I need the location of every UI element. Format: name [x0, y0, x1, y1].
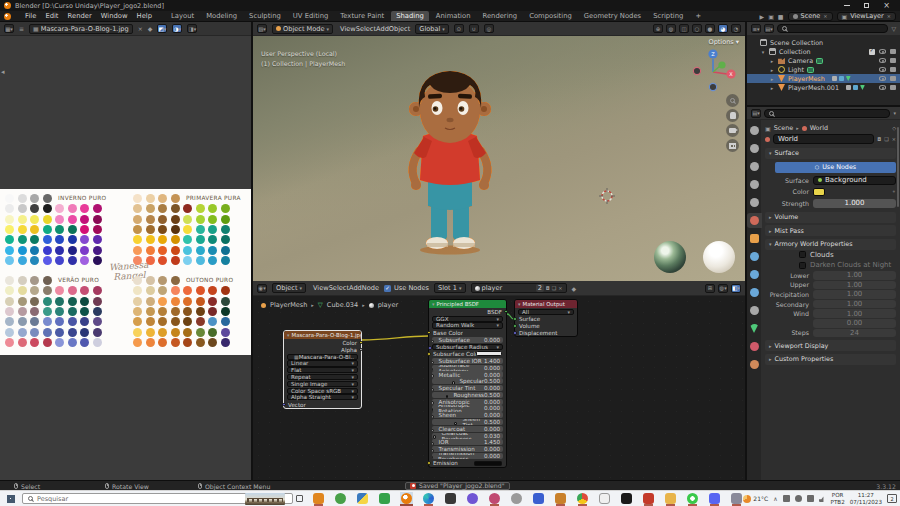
tab-material[interactable] — [750, 342, 759, 351]
display-channels-icon[interactable]: ◑▾ — [172, 24, 182, 33]
news-widget-image[interactable] — [245, 493, 285, 505]
section-viewport-display[interactable]: ▸Viewport Display — [765, 340, 896, 351]
workspace-tab-rendering[interactable]: Rendering — [477, 11, 522, 21]
shader-menu-add[interactable]: Add — [349, 284, 362, 292]
workspace-tab-sculpting[interactable]: Sculpting — [244, 11, 286, 21]
input-volume[interactable]: Volume — [515, 322, 577, 329]
pan-tool-button[interactable] — [726, 109, 739, 122]
image-node-dropdown-single-image[interactable]: Single Image▾ — [287, 381, 358, 387]
bsdf-row-subsurface-color[interactable]: Subsurface Color — [429, 350, 506, 357]
unlink-icon[interactable]: × — [892, 136, 896, 142]
param-value-field[interactable]: 0.00 — [813, 319, 896, 328]
menu-file[interactable]: File — [25, 12, 36, 20]
saved-notification[interactable]: Saved "Player_jogo2.blend" — [405, 482, 510, 491]
mode-dropdown[interactable]: Object Mode ▾ — [272, 24, 333, 34]
tab-world[interactable] — [750, 216, 759, 225]
node-overlay-icon[interactable]: ◍▾ — [718, 284, 728, 293]
material-users-count[interactable]: 2 — [536, 284, 544, 292]
pivot-point-icon[interactable]: ⊙ — [454, 24, 464, 33]
section-custom-properties[interactable]: ▸Custom Properties — [765, 354, 896, 365]
app-pink[interactable] — [488, 492, 501, 506]
alpha-mode-dropdown[interactable]: Alpha Straight▾ — [287, 394, 358, 400]
character-playermesh[interactable] — [409, 71, 491, 255]
viewlayer-remove-icon[interactable]: × — [887, 13, 891, 19]
app-chrome[interactable] — [576, 492, 589, 506]
use-nodes-checkbox[interactable]: ✓ Use Nodes — [384, 284, 429, 292]
output-target-dropdown[interactable]: All▾ — [518, 309, 574, 315]
app-whatsapp[interactable] — [686, 492, 699, 506]
render-visibility-icon[interactable] — [890, 76, 896, 81]
menu-toggle-icon[interactable]: ≡ — [19, 25, 24, 32]
eye-visibility-icon[interactable] — [879, 58, 886, 63]
shading-material-icon[interactable]: ◕ — [718, 24, 728, 33]
tab-texture[interactable] — [750, 360, 759, 369]
fake-user-icon[interactable]: ◘ — [877, 136, 881, 142]
bsdf-slider-clearcoat-roughness[interactable]: Clearcoat Roughness0.030 — [432, 433, 503, 439]
bsdf-slider-clearcoat[interactable]: Clearcoat0.000 — [432, 426, 503, 432]
workspace-tab-scripting[interactable]: Scripting — [648, 11, 688, 21]
tab-tool[interactable] — [750, 126, 759, 135]
panel-toggle-arrow[interactable]: ◂ — [1, 68, 5, 76]
pin-id-icon[interactable]: ◇ — [892, 125, 896, 131]
snap-magnet-icon[interactable]: ∪ — [469, 24, 479, 33]
outliner-row-camera[interactable]: ▸Camera — [747, 56, 900, 65]
task-view-button[interactable] — [293, 491, 307, 506]
app-plug[interactable] — [598, 492, 611, 506]
camera-view-button[interactable] — [726, 124, 739, 137]
tab-output[interactable] — [750, 162, 759, 171]
world-name-field[interactable]: World — [773, 134, 874, 144]
input-displacement[interactable]: Displacement — [515, 329, 577, 336]
tab-physics[interactable] — [750, 288, 759, 297]
filter-icon[interactable]: ▽ — [891, 25, 896, 32]
bsdf-slider-anisotropic-rotation[interactable]: Anisotropic Rotation0.000 — [432, 405, 503, 411]
close-button[interactable]: × — [883, 3, 890, 9]
input-surface[interactable]: Surface — [515, 315, 577, 322]
properties-search-input[interactable] — [764, 109, 890, 118]
eye-visibility-icon[interactable] — [879, 85, 886, 90]
weather-widget[interactable]: 21°C — [743, 495, 768, 503]
material-copy-icon[interactable]: ❏ — [552, 285, 556, 291]
maximize-button[interactable] — [864, 3, 869, 8]
app-sheets[interactable] — [378, 492, 391, 506]
workspace-tab-compositing[interactable]: Compositing — [524, 11, 577, 21]
bsdf-dropdown-random-walk[interactable]: Random Walk▾ — [432, 322, 503, 328]
render-display-icon[interactable]: ▶ — [760, 13, 765, 20]
param-value-field[interactable]: 1.00 — [813, 309, 896, 318]
app-blender[interactable] — [400, 492, 413, 506]
slot-dropdown[interactable]: Slot 1 ▾ — [434, 283, 465, 293]
language-indicator[interactable]: PORPTB2 — [831, 492, 845, 505]
image-editor-canvas[interactable]: ◂ Wanessa Rangel INVERNO PUROPRIMAVERA P… — [0, 36, 251, 480]
expand-arrow-icon[interactable]: ▾ — [760, 49, 766, 55]
ortho-toggle-button[interactable] — [726, 139, 739, 152]
bsdf-slider-sheen[interactable]: Sheen0.000 — [432, 412, 503, 418]
shader-menu-view[interactable]: View — [313, 284, 329, 292]
tab-modifiers[interactable] — [750, 252, 759, 261]
menu-window[interactable]: Window — [101, 12, 128, 20]
bsdf-row-base-color[interactable]: Base Color — [429, 329, 506, 336]
menu-help[interactable]: Help — [137, 12, 153, 20]
bsdf-slider-ior[interactable]: IOR1.450 — [432, 439, 503, 445]
tab-data[interactable] — [750, 324, 759, 333]
workspace-tab-texture-paint[interactable]: Texture Paint — [335, 11, 389, 21]
shader-menu-select[interactable]: Select — [329, 284, 349, 292]
render-visibility-icon[interactable] — [890, 67, 896, 72]
app-power[interactable] — [730, 492, 743, 506]
show-gizmo-icon[interactable]: ⊕ — [653, 24, 663, 33]
app-utorrent[interactable] — [554, 492, 567, 506]
bsdf-node-header[interactable]: ▾Principled BSDF — [429, 300, 506, 308]
menu-render[interactable]: Render — [68, 12, 92, 20]
browse-scene-icon[interactable]: ■ — [778, 13, 784, 20]
viewport-menu-view[interactable]: View — [340, 25, 356, 33]
render-visibility-icon[interactable] — [890, 85, 896, 90]
app-blockbench[interactable] — [312, 492, 325, 506]
section-volume[interactable]: ▸Volume — [765, 212, 896, 223]
material-unlink-icon[interactable]: × — [558, 285, 562, 291]
bsdf-slider-transmission[interactable]: Transmission0.000 — [432, 446, 503, 452]
crumb-scene[interactable]: Scene — [774, 124, 793, 132]
app-python[interactable] — [356, 492, 369, 506]
bsdf-row-emission[interactable]: Emission — [429, 460, 506, 467]
volume-icon[interactable] — [819, 495, 826, 502]
render-visibility-icon[interactable] — [890, 49, 896, 54]
image-node-header[interactable]: ▾Mascara-Para-O-Blog-1.jpg — [284, 331, 361, 339]
surface-section-header[interactable]: ▾Surface — [765, 148, 896, 159]
